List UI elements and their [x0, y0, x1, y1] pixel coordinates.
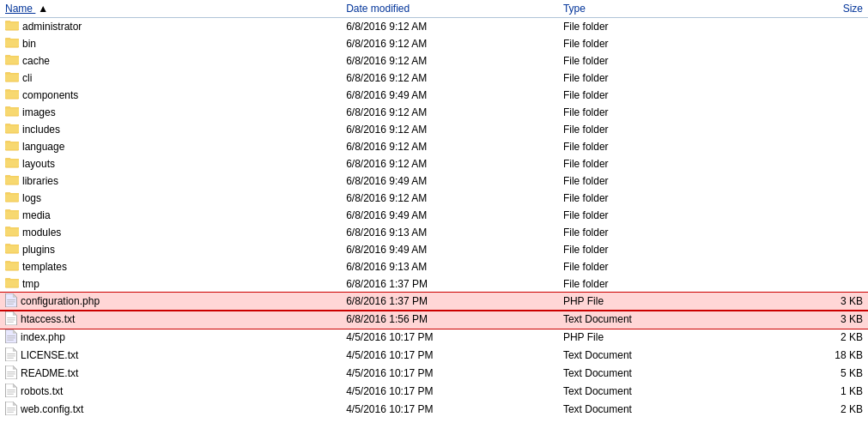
cell-name: configuration.php	[0, 293, 341, 311]
cell-date: 6/8/2016 9:13 AM	[341, 258, 558, 275]
folder-icon	[5, 139, 19, 154]
table-row[interactable]: configuration.php 6/8/2016 1:37 PM PHP F…	[0, 293, 868, 311]
table-row[interactable]: administrator 6/8/2016 9:12 AM File fold…	[0, 18, 868, 35]
svg-marker-84	[5, 366, 16, 379]
cell-name: index.php	[0, 329, 341, 347]
cell-type: Text Document	[558, 347, 744, 365]
svg-marker-74	[5, 329, 16, 343]
table-row[interactable]: LICENSE.txt 4/5/2016 10:17 PM Text Docum…	[0, 347, 868, 365]
item-name: logs	[22, 192, 41, 204]
sort-arrow: ▲	[38, 3, 48, 15]
folder-icon	[5, 19, 19, 33]
table-row[interactable]: plugins 6/8/2016 9:49 AM File folder	[0, 241, 868, 258]
cell-size	[744, 190, 868, 207]
column-header-size[interactable]: Size	[744, 0, 868, 18]
table-row[interactable]: media 6/8/2016 9:49 AM File folder	[0, 207, 868, 224]
table-row[interactable]: libraries 6/8/2016 9:49 AM File folder	[0, 172, 868, 190]
item-name: plugins	[22, 244, 55, 256]
cell-type: File folder	[558, 52, 744, 69]
cell-name: media	[0, 207, 341, 224]
cell-name: tmp	[0, 275, 341, 293]
table-row[interactable]: images 6/8/2016 9:12 AM File folder	[0, 104, 868, 121]
column-header-date[interactable]: Date modified	[341, 0, 558, 18]
cell-type: File folder	[558, 69, 744, 87]
svg-rect-3	[5, 23, 19, 30]
folder-icon	[5, 70, 19, 85]
svg-rect-35	[5, 160, 19, 167]
table-row[interactable]: layouts 6/8/2016 9:12 AM File folder	[0, 155, 868, 172]
file-icon	[5, 384, 17, 400]
file-icon	[5, 402, 17, 418]
cell-type: PHP File	[558, 293, 744, 311]
cell-size: 2 KB	[744, 329, 868, 347]
table-row[interactable]: logs 6/8/2016 9:12 AM File folder	[0, 190, 868, 207]
cell-name: cache	[0, 52, 341, 69]
cell-type: File folder	[558, 138, 744, 155]
cell-name: images	[0, 104, 341, 121]
cell-size	[744, 121, 868, 138]
column-header-type[interactable]: Type	[558, 0, 744, 18]
cell-type: File folder	[558, 172, 744, 190]
cell-size: 2 KB	[744, 401, 868, 419]
item-name: language	[22, 141, 64, 153]
svg-rect-7	[5, 40, 19, 47]
file-explorer[interactable]: Name ▲ Date modified Type Size	[0, 0, 868, 429]
item-name: htaccess.txt	[21, 313, 75, 325]
table-row[interactable]: templates 6/8/2016 9:13 AM File folder	[0, 258, 868, 275]
column-type-label: Type	[563, 3, 586, 15]
cell-date: 6/8/2016 9:12 AM	[341, 104, 558, 121]
table-header: Name ▲ Date modified Type Size	[0, 0, 868, 18]
table-row[interactable]: web.config.txt 4/5/2016 10:17 PM Text Do…	[0, 401, 868, 419]
table-row[interactable]: tmp 6/8/2016 1:37 PM File folder	[0, 275, 868, 293]
folder-icon	[5, 225, 19, 239]
cell-type: File folder	[558, 241, 744, 258]
svg-marker-64	[5, 293, 16, 307]
table-row[interactable]: htaccess.txt 6/8/2016 1:56 PM Text Docum…	[0, 311, 868, 329]
svg-rect-43	[5, 195, 19, 202]
cell-type: File folder	[558, 275, 744, 293]
table-row[interactable]: language 6/8/2016 9:12 AM File folder	[0, 138, 868, 155]
folder-icon	[5, 156, 19, 171]
cell-date: 4/5/2016 10:17 PM	[341, 401, 558, 419]
table-row[interactable]: cache 6/8/2016 9:12 AM File folder	[0, 52, 868, 69]
cell-name: modules	[0, 224, 341, 241]
cell-type: File folder	[558, 224, 744, 241]
table-row[interactable]: bin 6/8/2016 9:12 AM File folder	[0, 35, 868, 52]
table-row[interactable]: README.txt 4/5/2016 10:17 PM Text Docume…	[0, 365, 868, 383]
cell-size: 3 KB	[744, 293, 868, 311]
cell-type: File folder	[558, 190, 744, 207]
cell-type: Text Document	[558, 365, 744, 383]
folder-icon	[5, 53, 19, 68]
table-row[interactable]: cli 6/8/2016 9:12 AM File folder	[0, 69, 868, 87]
item-name: robots.txt	[21, 385, 63, 397]
file-icon	[5, 347, 17, 364]
cell-size	[744, 207, 868, 224]
cell-date: 6/8/2016 9:12 AM	[341, 155, 558, 172]
column-header-name[interactable]: Name ▲	[0, 0, 341, 18]
cell-type: File folder	[558, 35, 744, 52]
cell-name: includes	[0, 121, 341, 138]
cell-size	[744, 104, 868, 121]
table-row[interactable]: components 6/8/2016 9:49 AM File folder	[0, 87, 868, 104]
table-row[interactable]: index.php 4/5/2016 10:17 PM PHP File 2 K…	[0, 329, 868, 347]
cell-name: templates	[0, 258, 341, 275]
table-row[interactable]: includes 6/8/2016 9:12 AM File folder	[0, 121, 868, 138]
cell-size	[744, 275, 868, 293]
cell-type: File folder	[558, 121, 744, 138]
cell-type: File folder	[558, 104, 744, 121]
svg-rect-51	[5, 229, 19, 236]
item-name: images	[22, 106, 56, 118]
svg-marker-94	[5, 402, 16, 415]
svg-marker-69	[5, 311, 16, 325]
table-row[interactable]: robots.txt 4/5/2016 10:17 PM Text Docume…	[0, 383, 868, 401]
cell-date: 6/8/2016 9:13 AM	[341, 224, 558, 241]
cell-name: LICENSE.txt	[0, 347, 341, 365]
table-row[interactable]: modules 6/8/2016 9:13 AM File folder	[0, 224, 868, 241]
cell-type: File folder	[558, 155, 744, 172]
cell-type: PHP File	[558, 329, 744, 347]
item-name: README.txt	[21, 367, 78, 379]
item-name: administrator	[22, 21, 82, 33]
cell-type: Text Document	[558, 401, 744, 419]
svg-marker-79	[5, 347, 16, 361]
cell-date: 6/8/2016 9:49 AM	[341, 87, 558, 104]
